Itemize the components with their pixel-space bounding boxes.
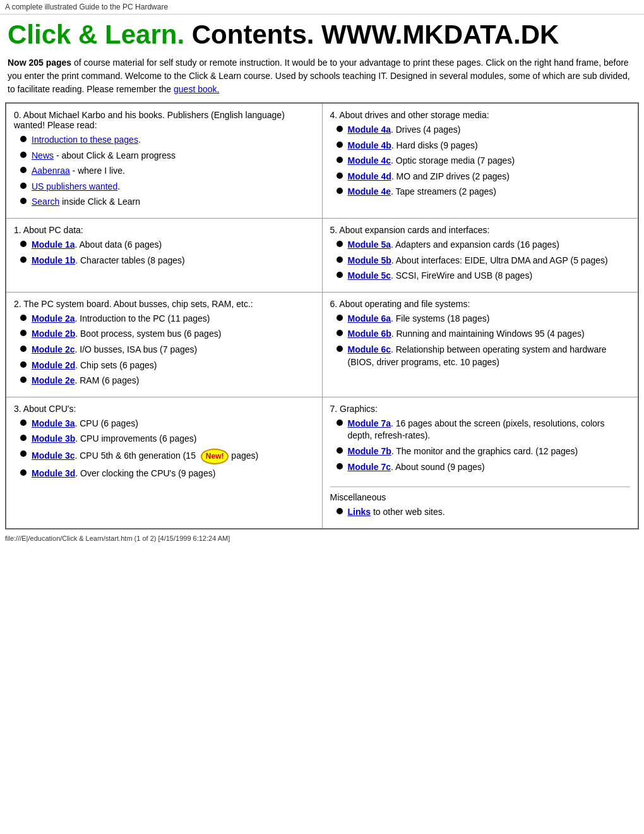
module-3c-link[interactable]: Module 3c	[32, 450, 75, 461]
url-text: WWW.MKDATA.DK	[314, 20, 559, 49]
bullet-icon	[20, 469, 27, 476]
list-item: Module 4b. Hard disks (9 pages)	[337, 140, 631, 152]
list-item: Module 6a. File systems (18 pages)	[337, 313, 631, 325]
list-item: Aabenraa - where I live.	[20, 165, 314, 178]
list-item: Module 5c. SCSI, FireWire and USB (8 pag…	[337, 270, 631, 282]
list-item-text: US publishers wanted.	[32, 181, 120, 193]
list-item-text: Module 6b. Running and maintaining Windo…	[348, 328, 585, 341]
list-item: Module 7c. About sound (9 pages)	[337, 461, 631, 474]
bullet-icon	[337, 241, 343, 247]
list-item: US publishers wanted.	[20, 181, 314, 193]
bullet-icon	[20, 330, 27, 336]
module-2a-link[interactable]: Module 2a	[32, 313, 75, 323]
list-item-text: Module 1b. Character tables (8 pages)	[32, 255, 185, 267]
misc-list: Links to other web sites.	[330, 506, 631, 519]
module-1a-link[interactable]: Module 1a	[32, 239, 75, 250]
module-5b-link[interactable]: Module 5b	[348, 255, 391, 265]
list-item: Module 2b. Boot process, system bus (6 p…	[20, 328, 314, 341]
module-5c-link[interactable]: Module 5c	[348, 270, 391, 281]
module-2c-link[interactable]: Module 2c	[32, 344, 75, 354]
content-table: 0. About Michael Karbo and his books. Pu…	[5, 102, 639, 529]
module-3a-link[interactable]: Module 3a	[32, 418, 75, 428]
module-5a-link[interactable]: Module 5a	[348, 239, 391, 250]
list-item-text: Module 4d. MO and ZIP drives (2 pages)	[348, 171, 510, 183]
section-1-list: Module 1a. About data (6 pages) Module 1…	[14, 239, 314, 267]
module-2b-link[interactable]: Module 2b	[32, 329, 75, 339]
section-7-title: 7. Graphics:	[330, 404, 631, 414]
list-item-text: Module 2a. Introduction to the PC (11 pa…	[32, 313, 210, 325]
module-2d-link[interactable]: Module 2d	[32, 360, 75, 370]
bullet-icon	[20, 152, 27, 158]
module-6b-link[interactable]: Module 6b	[348, 329, 391, 339]
list-item: Module 1b. Character tables (8 pages)	[20, 255, 314, 267]
module-1b-link[interactable]: Module 1b	[32, 255, 75, 265]
bullet-icon	[20, 361, 27, 368]
list-item: Module 2d. Chip sets (6 pages)	[20, 360, 314, 372]
module-7a-link[interactable]: Module 7a	[348, 418, 391, 428]
section-6-title: 6. About operating and file systems:	[330, 299, 631, 309]
section-3-cell: 3. About CPU's: Module 3a. CPU (6 pages)…	[6, 397, 322, 528]
list-item-text: Module 3b. CPU improvements (6 pages)	[32, 433, 196, 445]
section-0-list: Introduction to these pages. News - abou…	[14, 134, 314, 208]
list-item-text: Module 3c. CPU 5th & 6th generation (15 …	[32, 449, 258, 464]
section-5-title: 5. About expansion cards and interfaces:	[330, 225, 631, 235]
bullet-icon	[337, 420, 343, 426]
section-5-list: Module 5a. Adapters and expansion cards …	[330, 239, 631, 282]
module-2e-link[interactable]: Module 2e	[32, 375, 75, 385]
list-item: Search inside Click & Learn	[20, 196, 314, 208]
bullet-icon	[20, 435, 27, 441]
intro-pages-link[interactable]: Introduction to these pages	[32, 135, 138, 145]
list-item-text: Module 4b. Hard disks (9 pages)	[348, 140, 478, 152]
list-item: Links to other web sites.	[337, 506, 631, 519]
guest-book-link[interactable]: guest book.	[174, 84, 219, 94]
bullet-icon	[20, 167, 27, 173]
list-item: Module 6b. Running and maintaining Windo…	[337, 328, 631, 341]
links-link[interactable]: Links	[348, 507, 371, 517]
list-item-text: Module 2b. Boot process, system bus (6 p…	[32, 328, 221, 341]
list-item-text: Module 6c. Relationship between operatin…	[348, 344, 631, 368]
bullet-icon	[20, 136, 27, 142]
module-7c-link[interactable]: Module 7c	[348, 462, 391, 472]
list-item-text: Module 5a. Adapters and expansion cards …	[348, 239, 559, 251]
module-4c-link[interactable]: Module 4c	[348, 155, 391, 166]
list-item-text: Introduction to these pages.	[32, 134, 141, 147]
list-item-text: Search inside Click & Learn	[32, 196, 140, 208]
section-7-cell: 7. Graphics: Module 7a. 16 pages about t…	[322, 397, 638, 528]
module-4a-link[interactable]: Module 4a	[348, 124, 391, 135]
list-item: Module 1a. About data (6 pages)	[20, 239, 314, 251]
top-bar: A complete illustrated Guide to the PC H…	[0, 0, 644, 15]
bullet-icon	[20, 420, 27, 426]
module-3b-link[interactable]: Module 3b	[32, 433, 75, 444]
list-item: Module 2c. I/O busses, ISA bus (7 pages)	[20, 344, 314, 356]
aabenraa-link[interactable]: Aabenraa	[32, 166, 70, 176]
module-4e-link[interactable]: Module 4e	[348, 186, 391, 196]
us-publishers-link[interactable]: US publishers wanted	[32, 181, 117, 191]
module-6c-link[interactable]: Module 6c	[348, 344, 391, 354]
module-7b-link[interactable]: Module 7b	[348, 446, 391, 456]
section-3-list: Module 3a. CPU (6 pages) Module 3b. CPU …	[14, 418, 314, 480]
list-item-text: Module 7c. About sound (9 pages)	[348, 461, 485, 474]
top-bar-text: A complete illustrated Guide to the PC H…	[5, 3, 168, 11]
list-item: Module 3d. Over clocking the CPU's (9 pa…	[20, 468, 314, 480]
list-item: Module 4c. Optic storage media (7 pages)	[337, 155, 631, 167]
module-3d-link[interactable]: Module 3d	[32, 468, 75, 478]
module-6a-link[interactable]: Module 6a	[348, 313, 391, 323]
bullet-icon	[20, 198, 27, 204]
list-item-text: Module 5b. About interfaces: EIDE, Ultra…	[348, 255, 608, 267]
bullet-icon	[337, 257, 343, 263]
bullet-icon	[337, 272, 343, 278]
bullet-icon	[337, 330, 343, 336]
news-link[interactable]: News	[32, 150, 54, 160]
module-4b-link[interactable]: Module 4b	[348, 140, 391, 150]
list-item-text: Module 6a. File systems (18 pages)	[348, 313, 490, 325]
search-link[interactable]: Search	[32, 196, 59, 207]
list-item-text: Module 1a. About data (6 pages)	[32, 239, 162, 251]
list-item: Module 3b. CPU improvements (6 pages)	[20, 433, 314, 445]
list-item-text: Module 4e. Tape streamers (2 pages)	[348, 186, 497, 198]
section-2-list: Module 2a. Introduction to the PC (11 pa…	[14, 313, 314, 387]
section-4-cell: 4. About drives and other storage media:…	[322, 103, 638, 218]
intro-rest: of course material for self study or rem…	[8, 57, 630, 94]
bullet-icon	[20, 377, 27, 383]
module-4d-link[interactable]: Module 4d	[348, 171, 391, 181]
list-item: Module 5b. About interfaces: EIDE, Ultra…	[337, 255, 631, 267]
